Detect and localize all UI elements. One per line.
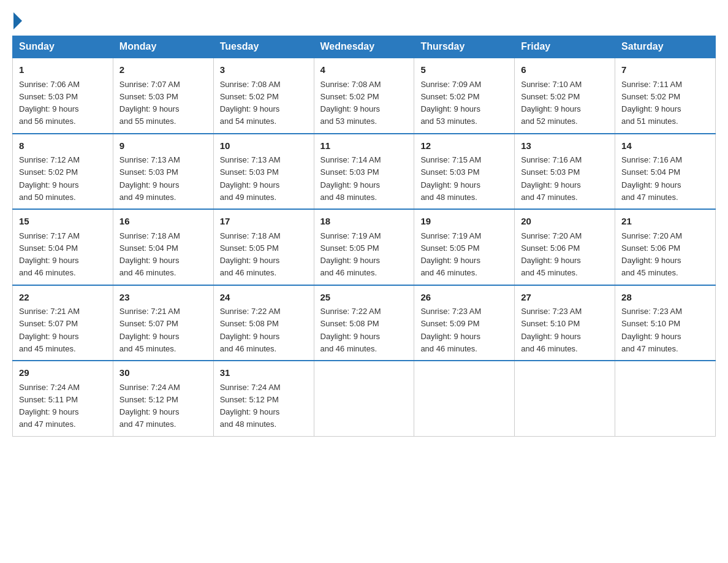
day-info: Sunrise: 7:19 AMSunset: 5:05 PMDaylight:… <box>420 231 481 278</box>
day-number: 3 <box>220 63 308 77</box>
calendar-cell: 6 Sunrise: 7:10 AMSunset: 5:02 PMDayligh… <box>515 58 615 134</box>
day-info: Sunrise: 7:11 AMSunset: 5:02 PMDaylight:… <box>621 80 682 126</box>
day-number: 26 <box>420 291 508 305</box>
day-info: Sunrise: 7:13 AMSunset: 5:03 PMDaylight:… <box>119 155 180 202</box>
day-info: Sunrise: 7:24 AMSunset: 5:12 PMDaylight:… <box>119 383 180 429</box>
calendar-cell <box>515 361 615 436</box>
header-row: SundayMondayTuesdayWednesdayThursdayFrid… <box>13 36 716 58</box>
calendar-cell: 17 Sunrise: 7:18 AMSunset: 5:05 PMDaylig… <box>213 209 314 285</box>
header-day-wednesday: Wednesday <box>314 36 414 58</box>
day-number: 8 <box>19 139 107 153</box>
calendar-cell: 10 Sunrise: 7:13 AMSunset: 5:03 PMDaylig… <box>213 134 314 210</box>
day-info: Sunrise: 7:21 AMSunset: 5:07 PMDaylight:… <box>119 307 180 353</box>
day-number: 23 <box>119 291 207 305</box>
day-info: Sunrise: 7:09 AMSunset: 5:02 PMDaylight:… <box>420 80 481 126</box>
calendar-cell: 21 Sunrise: 7:20 AMSunset: 5:06 PMDaylig… <box>615 209 716 285</box>
calendar-cell: 7 Sunrise: 7:11 AMSunset: 5:02 PMDayligh… <box>615 58 716 134</box>
week-row-5: 29 Sunrise: 7:24 AMSunset: 5:11 PMDaylig… <box>13 361 716 436</box>
header-day-tuesday: Tuesday <box>213 36 314 58</box>
calendar-cell: 22 Sunrise: 7:21 AMSunset: 5:07 PMDaylig… <box>13 285 113 361</box>
day-number: 16 <box>119 215 207 229</box>
logo-arrow-icon <box>13 12 22 29</box>
day-info: Sunrise: 7:17 AMSunset: 5:04 PMDaylight:… <box>19 231 80 278</box>
day-number: 25 <box>320 291 408 305</box>
day-info: Sunrise: 7:18 AMSunset: 5:04 PMDaylight:… <box>119 231 180 278</box>
calendar-cell <box>615 361 716 436</box>
calendar-cell: 2 Sunrise: 7:07 AMSunset: 5:03 PMDayligh… <box>113 58 213 134</box>
day-info: Sunrise: 7:20 AMSunset: 5:06 PMDaylight:… <box>521 231 582 278</box>
day-number: 28 <box>621 291 709 305</box>
day-info: Sunrise: 7:08 AMSunset: 5:02 PMDaylight:… <box>220 80 281 126</box>
day-number: 13 <box>521 139 609 153</box>
day-info: Sunrise: 7:13 AMSunset: 5:03 PMDaylight:… <box>220 155 281 202</box>
day-info: Sunrise: 7:22 AMSunset: 5:08 PMDaylight:… <box>220 307 281 353</box>
day-number: 30 <box>119 366 207 380</box>
day-number: 27 <box>521 291 609 305</box>
header-day-sunday: Sunday <box>13 36 113 58</box>
week-row-2: 8 Sunrise: 7:12 AMSunset: 5:02 PMDayligh… <box>13 134 716 210</box>
day-number: 4 <box>320 63 408 77</box>
calendar-cell <box>314 361 414 436</box>
calendar-cell: 3 Sunrise: 7:08 AMSunset: 5:02 PMDayligh… <box>213 58 314 134</box>
day-info: Sunrise: 7:23 AMSunset: 5:09 PMDaylight:… <box>420 307 481 353</box>
day-number: 22 <box>19 291 107 305</box>
calendar-cell: 16 Sunrise: 7:18 AMSunset: 5:04 PMDaylig… <box>113 209 213 285</box>
calendar-cell: 11 Sunrise: 7:14 AMSunset: 5:03 PMDaylig… <box>314 134 414 210</box>
header-day-thursday: Thursday <box>414 36 515 58</box>
calendar-header: SundayMondayTuesdayWednesdayThursdayFrid… <box>13 36 716 58</box>
calendar-table: SundayMondayTuesdayWednesdayThursdayFrid… <box>12 36 716 437</box>
page-header <box>12 12 716 29</box>
calendar-cell: 12 Sunrise: 7:15 AMSunset: 5:03 PMDaylig… <box>414 134 515 210</box>
calendar-cell: 19 Sunrise: 7:19 AMSunset: 5:05 PMDaylig… <box>414 209 515 285</box>
day-number: 19 <box>420 215 508 229</box>
calendar-cell: 9 Sunrise: 7:13 AMSunset: 5:03 PMDayligh… <box>113 134 213 210</box>
week-row-3: 15 Sunrise: 7:17 AMSunset: 5:04 PMDaylig… <box>13 209 716 285</box>
day-number: 12 <box>420 139 508 153</box>
calendar-body: 1 Sunrise: 7:06 AMSunset: 5:03 PMDayligh… <box>13 58 716 436</box>
calendar-cell: 27 Sunrise: 7:23 AMSunset: 5:10 PMDaylig… <box>515 285 615 361</box>
day-number: 15 <box>19 215 107 229</box>
week-row-1: 1 Sunrise: 7:06 AMSunset: 5:03 PMDayligh… <box>13 58 716 134</box>
day-number: 31 <box>220 366 308 380</box>
calendar-cell: 23 Sunrise: 7:21 AMSunset: 5:07 PMDaylig… <box>113 285 213 361</box>
day-info: Sunrise: 7:21 AMSunset: 5:07 PMDaylight:… <box>19 307 80 353</box>
logo <box>12 12 23 29</box>
header-day-saturday: Saturday <box>615 36 716 58</box>
calendar-cell <box>414 361 515 436</box>
header-day-monday: Monday <box>113 36 213 58</box>
day-info: Sunrise: 7:23 AMSunset: 5:10 PMDaylight:… <box>621 307 682 353</box>
calendar-cell: 13 Sunrise: 7:16 AMSunset: 5:03 PMDaylig… <box>515 134 615 210</box>
calendar-cell: 4 Sunrise: 7:08 AMSunset: 5:02 PMDayligh… <box>314 58 414 134</box>
day-info: Sunrise: 7:18 AMSunset: 5:05 PMDaylight:… <box>220 231 281 278</box>
calendar-cell: 26 Sunrise: 7:23 AMSunset: 5:09 PMDaylig… <box>414 285 515 361</box>
day-info: Sunrise: 7:06 AMSunset: 5:03 PMDaylight:… <box>19 80 80 126</box>
calendar-cell: 1 Sunrise: 7:06 AMSunset: 5:03 PMDayligh… <box>13 58 113 134</box>
day-info: Sunrise: 7:20 AMSunset: 5:06 PMDaylight:… <box>621 231 682 278</box>
calendar-cell: 25 Sunrise: 7:22 AMSunset: 5:08 PMDaylig… <box>314 285 414 361</box>
calendar-cell: 28 Sunrise: 7:23 AMSunset: 5:10 PMDaylig… <box>615 285 716 361</box>
day-number: 5 <box>420 63 508 77</box>
day-number: 29 <box>19 366 107 380</box>
calendar-cell: 14 Sunrise: 7:16 AMSunset: 5:04 PMDaylig… <box>615 134 716 210</box>
day-info: Sunrise: 7:19 AMSunset: 5:05 PMDaylight:… <box>320 231 381 278</box>
week-row-4: 22 Sunrise: 7:21 AMSunset: 5:07 PMDaylig… <box>13 285 716 361</box>
day-number: 9 <box>119 139 207 153</box>
day-number: 10 <box>220 139 308 153</box>
day-number: 24 <box>220 291 308 305</box>
day-number: 21 <box>621 215 709 229</box>
calendar-cell: 20 Sunrise: 7:20 AMSunset: 5:06 PMDaylig… <box>515 209 615 285</box>
calendar-cell: 5 Sunrise: 7:09 AMSunset: 5:02 PMDayligh… <box>414 58 515 134</box>
header-day-friday: Friday <box>515 36 615 58</box>
day-info: Sunrise: 7:23 AMSunset: 5:10 PMDaylight:… <box>521 307 582 353</box>
day-number: 14 <box>621 139 709 153</box>
calendar-cell: 30 Sunrise: 7:24 AMSunset: 5:12 PMDaylig… <box>113 361 213 436</box>
day-number: 17 <box>220 215 308 229</box>
calendar-cell: 31 Sunrise: 7:24 AMSunset: 5:12 PMDaylig… <box>213 361 314 436</box>
calendar-cell: 8 Sunrise: 7:12 AMSunset: 5:02 PMDayligh… <box>13 134 113 210</box>
calendar-cell: 18 Sunrise: 7:19 AMSunset: 5:05 PMDaylig… <box>314 209 414 285</box>
day-info: Sunrise: 7:24 AMSunset: 5:11 PMDaylight:… <box>19 383 80 429</box>
day-number: 20 <box>521 215 609 229</box>
calendar-cell: 15 Sunrise: 7:17 AMSunset: 5:04 PMDaylig… <box>13 209 113 285</box>
day-info: Sunrise: 7:12 AMSunset: 5:02 PMDaylight:… <box>19 155 80 202</box>
day-info: Sunrise: 7:16 AMSunset: 5:03 PMDaylight:… <box>521 155 582 202</box>
